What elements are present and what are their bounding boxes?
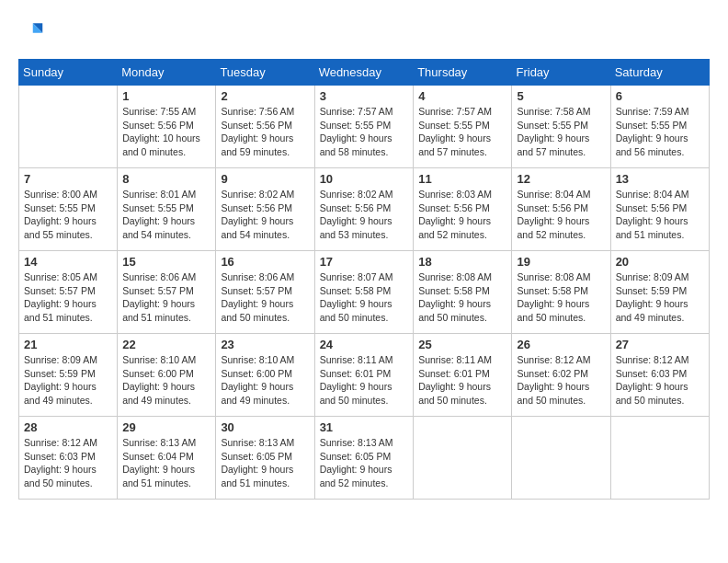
week-row-2: 7Sunrise: 8:00 AMSunset: 5:55 PMDaylight…	[19, 168, 710, 251]
day-number: 28	[24, 420, 112, 434]
calendar-cell: 4Sunrise: 7:57 AMSunset: 5:55 PMDaylight…	[414, 86, 512, 168]
calendar-cell: 2Sunrise: 7:56 AMSunset: 5:56 PMDaylight…	[216, 86, 314, 168]
calendar-cell: 17Sunrise: 8:07 AMSunset: 5:58 PMDayligh…	[314, 251, 414, 334]
day-number: 29	[122, 420, 210, 434]
calendar-cell: 16Sunrise: 8:06 AMSunset: 5:57 PMDayligh…	[216, 251, 314, 334]
day-number: 2	[221, 89, 309, 103]
day-number: 8	[122, 172, 210, 186]
calendar-cell: 11Sunrise: 8:03 AMSunset: 5:56 PMDayligh…	[414, 168, 512, 251]
calendar-cell: 27Sunrise: 8:12 AMSunset: 6:03 PMDayligh…	[610, 334, 709, 417]
calendar-cell: 18Sunrise: 8:08 AMSunset: 5:58 PMDayligh…	[414, 251, 512, 334]
day-number: 18	[418, 255, 506, 269]
day-info: Sunrise: 8:08 AMSunset: 5:58 PMDaylight:…	[418, 270, 506, 325]
calendar-cell	[19, 86, 118, 168]
week-row-4: 21Sunrise: 8:09 AMSunset: 5:59 PMDayligh…	[19, 334, 710, 417]
day-number: 3	[320, 89, 409, 103]
day-number: 26	[517, 338, 605, 351]
calendar-cell: 1Sunrise: 7:55 AMSunset: 5:56 PMDaylight…	[118, 86, 216, 168]
calendar-cell	[414, 417, 512, 500]
day-info: Sunrise: 8:02 AMSunset: 5:56 PMDaylight:…	[221, 188, 309, 242]
calendar-cell: 21Sunrise: 8:09 AMSunset: 5:59 PMDayligh…	[19, 334, 118, 417]
calendar-table: SundayMondayTuesdayWednesdayThursdayFrid…	[18, 59, 710, 500]
day-info: Sunrise: 8:12 AMSunset: 6:02 PMDaylight:…	[517, 353, 605, 408]
calendar-cell	[512, 417, 610, 500]
calendar-cell: 5Sunrise: 7:58 AMSunset: 5:55 PMDaylight…	[512, 86, 610, 168]
calendar-cell: 25Sunrise: 8:11 AMSunset: 6:01 PMDayligh…	[414, 334, 512, 417]
day-number: 13	[616, 172, 704, 186]
day-info: Sunrise: 8:04 AMSunset: 5:56 PMDaylight:…	[616, 188, 704, 242]
day-info: Sunrise: 8:00 AMSunset: 5:55 PMDaylight:…	[24, 188, 112, 242]
weekday-header-friday: Friday	[512, 60, 610, 86]
day-info: Sunrise: 8:02 AMSunset: 5:56 PMDaylight:…	[320, 188, 409, 242]
day-info: Sunrise: 7:56 AMSunset: 5:56 PMDaylight:…	[221, 105, 309, 159]
week-row-1: 1Sunrise: 7:55 AMSunset: 5:56 PMDaylight…	[19, 86, 710, 168]
calendar-cell: 28Sunrise: 8:12 AMSunset: 6:03 PMDayligh…	[19, 417, 118, 500]
day-number: 24	[320, 338, 409, 351]
logo-icon	[18, 18, 44, 44]
calendar-cell: 24Sunrise: 8:11 AMSunset: 6:01 PMDayligh…	[314, 334, 414, 417]
day-number: 22	[122, 338, 210, 351]
calendar-cell: 31Sunrise: 8:13 AMSunset: 6:05 PMDayligh…	[314, 417, 414, 500]
calendar-cell: 22Sunrise: 8:10 AMSunset: 6:00 PMDayligh…	[118, 334, 216, 417]
day-info: Sunrise: 8:09 AMSunset: 5:59 PMDaylight:…	[24, 353, 112, 408]
weekday-header-thursday: Thursday	[414, 60, 512, 86]
calendar-cell: 12Sunrise: 8:04 AMSunset: 5:56 PMDayligh…	[512, 168, 610, 251]
calendar-cell: 26Sunrise: 8:12 AMSunset: 6:02 PMDayligh…	[512, 334, 610, 417]
day-info: Sunrise: 8:06 AMSunset: 5:57 PMDaylight:…	[122, 270, 210, 325]
weekday-header-monday: Monday	[118, 60, 216, 86]
day-info: Sunrise: 8:06 AMSunset: 5:57 PMDaylight:…	[221, 270, 309, 325]
calendar-cell: 7Sunrise: 8:00 AMSunset: 5:55 PMDaylight…	[19, 168, 118, 251]
day-info: Sunrise: 8:07 AMSunset: 5:58 PMDaylight:…	[320, 270, 409, 325]
day-info: Sunrise: 8:12 AMSunset: 6:03 PMDaylight:…	[616, 353, 704, 408]
day-number: 4	[418, 89, 506, 103]
day-number: 17	[320, 255, 409, 269]
day-number: 10	[320, 172, 409, 186]
week-row-5: 28Sunrise: 8:12 AMSunset: 6:03 PMDayligh…	[19, 417, 710, 500]
day-number: 25	[418, 338, 506, 351]
day-number: 16	[221, 255, 309, 269]
page-header	[18, 18, 710, 44]
calendar-cell: 10Sunrise: 8:02 AMSunset: 5:56 PMDayligh…	[314, 168, 414, 251]
day-info: Sunrise: 8:13 AMSunset: 6:05 PMDaylight:…	[320, 436, 409, 490]
calendar-cell: 6Sunrise: 7:59 AMSunset: 5:55 PMDaylight…	[610, 86, 709, 168]
calendar-cell: 23Sunrise: 8:10 AMSunset: 6:00 PMDayligh…	[216, 334, 314, 417]
day-info: Sunrise: 8:13 AMSunset: 6:05 PMDaylight:…	[221, 436, 309, 490]
day-info: Sunrise: 8:11 AMSunset: 6:01 PMDaylight:…	[418, 353, 506, 408]
week-row-3: 14Sunrise: 8:05 AMSunset: 5:57 PMDayligh…	[19, 251, 710, 334]
day-number: 6	[616, 89, 704, 103]
day-number: 1	[122, 89, 210, 103]
calendar-cell: 29Sunrise: 8:13 AMSunset: 6:04 PMDayligh…	[118, 417, 216, 500]
calendar-cell: 20Sunrise: 8:09 AMSunset: 5:59 PMDayligh…	[610, 251, 709, 334]
day-info: Sunrise: 7:55 AMSunset: 5:56 PMDaylight:…	[122, 105, 210, 159]
calendar-cell: 8Sunrise: 8:01 AMSunset: 5:55 PMDaylight…	[118, 168, 216, 251]
day-number: 14	[24, 255, 112, 269]
day-info: Sunrise: 8:03 AMSunset: 5:56 PMDaylight:…	[418, 188, 506, 242]
day-number: 21	[24, 338, 112, 351]
day-info: Sunrise: 7:57 AMSunset: 5:55 PMDaylight:…	[418, 105, 506, 159]
calendar-cell: 19Sunrise: 8:08 AMSunset: 5:58 PMDayligh…	[512, 251, 610, 334]
day-info: Sunrise: 8:12 AMSunset: 6:03 PMDaylight:…	[24, 436, 112, 490]
day-number: 23	[221, 338, 309, 351]
weekday-header-sunday: Sunday	[19, 60, 118, 86]
day-number: 12	[517, 172, 605, 186]
day-info: Sunrise: 8:13 AMSunset: 6:04 PMDaylight:…	[122, 436, 210, 490]
day-number: 7	[24, 172, 112, 186]
day-number: 19	[517, 255, 605, 269]
day-info: Sunrise: 8:04 AMSunset: 5:56 PMDaylight:…	[517, 188, 605, 242]
day-number: 30	[221, 420, 309, 434]
calendar-cell: 13Sunrise: 8:04 AMSunset: 5:56 PMDayligh…	[610, 168, 709, 251]
day-info: Sunrise: 8:10 AMSunset: 6:00 PMDaylight:…	[221, 353, 309, 408]
day-info: Sunrise: 7:59 AMSunset: 5:55 PMDaylight:…	[616, 105, 704, 159]
calendar-cell: 15Sunrise: 8:06 AMSunset: 5:57 PMDayligh…	[118, 251, 216, 334]
weekday-header-wednesday: Wednesday	[314, 60, 414, 86]
calendar-cell: 14Sunrise: 8:05 AMSunset: 5:57 PMDayligh…	[19, 251, 118, 334]
day-info: Sunrise: 8:11 AMSunset: 6:01 PMDaylight:…	[320, 353, 409, 408]
calendar-cell: 9Sunrise: 8:02 AMSunset: 5:56 PMDaylight…	[216, 168, 314, 251]
day-number: 5	[517, 89, 605, 103]
weekday-header-row: SundayMondayTuesdayWednesdayThursdayFrid…	[19, 60, 710, 86]
logo	[18, 18, 48, 44]
day-number: 15	[122, 255, 210, 269]
weekday-header-tuesday: Tuesday	[216, 60, 314, 86]
calendar-cell	[610, 417, 709, 500]
day-number: 9	[221, 172, 309, 186]
